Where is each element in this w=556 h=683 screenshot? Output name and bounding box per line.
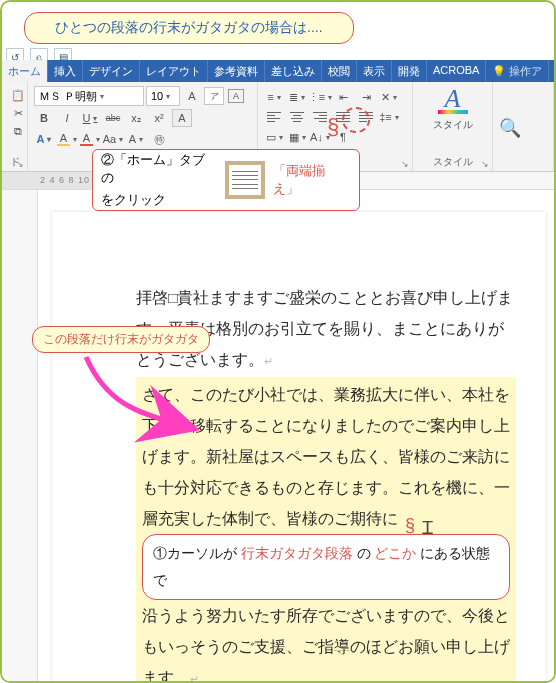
return-mark-icon: ↵ <box>264 355 273 367</box>
paragraph-highlighted: さて、このたび小社では、業務拡大に伴い、本社を下記に移転することになりましたので… <box>136 377 516 681</box>
dialog-launcher-icon[interactable]: ↘ <box>481 159 489 169</box>
find-icon[interactable]: 🔍 <box>499 117 521 139</box>
align-left-button[interactable] <box>264 108 284 126</box>
group-editing: 🔍 <box>493 82 554 171</box>
superscript-button[interactable]: x² <box>149 109 169 127</box>
align-center-button[interactable] <box>287 108 307 126</box>
tab-acrobat[interactable]: ACROBA <box>427 60 486 82</box>
underline-button[interactable]: U <box>80 109 100 127</box>
bulb-icon: 💡 <box>492 65 506 78</box>
grow-font-icon[interactable]: A <box>182 87 202 105</box>
styles-icon-accent <box>438 110 468 114</box>
tutorial-frame: ひとつの段落の行末がガタガタの場合は.... ↺ ⎌ ▤ ホーム 挿入 デザイン… <box>0 0 556 683</box>
group-styles: A スタイル スタイル ↘ <box>413 82 493 171</box>
paste-icon[interactable]: 📋 <box>8 86 28 104</box>
font-size-select[interactable]: 10 <box>146 86 180 106</box>
tab-developer[interactable]: 開発 <box>392 60 427 82</box>
justify-callout: ②「ホーム」タブの をクリック 「両端揃え」 § <box>92 149 360 211</box>
text-effects-icon[interactable]: A <box>34 130 54 148</box>
tell-label: 操作ア <box>509 64 542 79</box>
enclose-char-icon[interactable]: ㊕ <box>149 130 169 148</box>
group-clipboard: 📋 ✂ ⧉ ド ↘ <box>2 82 28 171</box>
highlighted-text-1: さて、このたび小社では、業務拡大に伴い、本社を下記に移転することになりましたので… <box>142 386 510 527</box>
font-color-icon[interactable]: A <box>80 130 100 148</box>
line-spacing-icon[interactable]: ‡≡ <box>379 108 399 126</box>
phonetic-guide-icon[interactable]: ア <box>204 87 224 105</box>
multilevel-icon[interactable]: ⋮≡ <box>310 88 330 106</box>
char-shading-icon[interactable]: A <box>172 109 192 127</box>
copy-icon[interactable]: ⧉ <box>8 122 28 140</box>
left-gutter <box>2 190 38 681</box>
tab-view[interactable]: 表示 <box>357 60 392 82</box>
subscript-button[interactable]: x₂ <box>126 109 146 127</box>
font-name-select[interactable]: ＭＳ Ｐ明朝 <box>34 86 144 106</box>
styles-gallery-button[interactable]: A スタイル <box>433 86 473 132</box>
annotation-swirl-icon: § <box>327 114 339 140</box>
text-cursor-icon: Ꮖ <box>422 510 434 546</box>
cut-icon[interactable]: ✂ <box>8 104 28 122</box>
tab-references[interactable]: 参考資料 <box>208 60 265 82</box>
char-scale-icon[interactable]: A <box>126 130 146 148</box>
tab-tell-me[interactable]: 💡操作ア <box>486 60 549 82</box>
justify-icon <box>225 161 265 199</box>
highlight-color-icon[interactable]: A <box>57 130 77 148</box>
ribbon-tabs: ホーム 挿入 デザイン レイアウト 参考資料 差し込み 校閲 表示 開発 ACR… <box>2 60 554 82</box>
tab-mailings[interactable]: 差し込み <box>265 60 322 82</box>
callout-redtext: 「両端揃え」 <box>273 162 351 198</box>
top-callout: ひとつの段落の行末がガタガタの場合は.... <box>24 12 354 44</box>
char-border-icon[interactable]: A <box>226 87 246 105</box>
italic-button[interactable]: I <box>57 109 77 127</box>
callout-text: をクリック <box>101 192 166 207</box>
numbering-icon[interactable]: ≣ <box>287 88 307 106</box>
borders-icon[interactable]: ▦ <box>287 128 307 146</box>
return-mark-icon: ↵ <box>190 673 199 681</box>
callout-text: ②「ホーム」タブの <box>101 152 205 185</box>
page: 拝啓□貴社ますますご盛栄のこととお喜び申し上げます。平素は格別のお引立てを賜り、… <box>52 212 546 681</box>
styles-button-label: スタイル <box>433 118 473 132</box>
bullets-icon[interactable]: ≡ <box>264 88 284 106</box>
annotation-swirl-icon: § <box>405 507 415 543</box>
ragged-callout: この段落だけ行末がガタガタ <box>32 326 210 353</box>
dialog-launcher-icon[interactable]: ↘ <box>16 159 24 169</box>
annotation-arrow <box>76 352 186 446</box>
tab-layout[interactable]: レイアウト <box>140 60 208 82</box>
tab-review[interactable]: 校閲 <box>322 60 357 82</box>
strike-button[interactable]: abc <box>103 109 123 127</box>
asian-layout-icon[interactable]: ✕ <box>379 88 399 106</box>
styles-icon: A <box>445 86 461 112</box>
tab-home[interactable]: ホーム <box>2 60 48 82</box>
dialog-launcher-icon[interactable]: ↘ <box>401 159 409 169</box>
tab-design[interactable]: デザイン <box>83 60 140 82</box>
change-case-icon[interactable]: Aa <box>103 130 123 148</box>
shading-icon[interactable]: ▭ <box>264 128 284 146</box>
highlighted-text-2: 沿うよう努力いたす所存でございますので、今後ともいっそうのご支援、ご指導のほどお… <box>142 607 510 681</box>
align-distribute-button[interactable] <box>356 108 376 126</box>
bold-button[interactable]: B <box>34 109 54 127</box>
cursor-callout: § Ꮖ ①カーソルが 行末ガタガタ段落 の どこか にある状態で <box>142 534 510 600</box>
tab-insert[interactable]: 挿入 <box>48 60 83 82</box>
decrease-indent-icon[interactable]: ⇤ <box>333 88 353 106</box>
increase-indent-icon[interactable]: ⇥ <box>356 88 376 106</box>
